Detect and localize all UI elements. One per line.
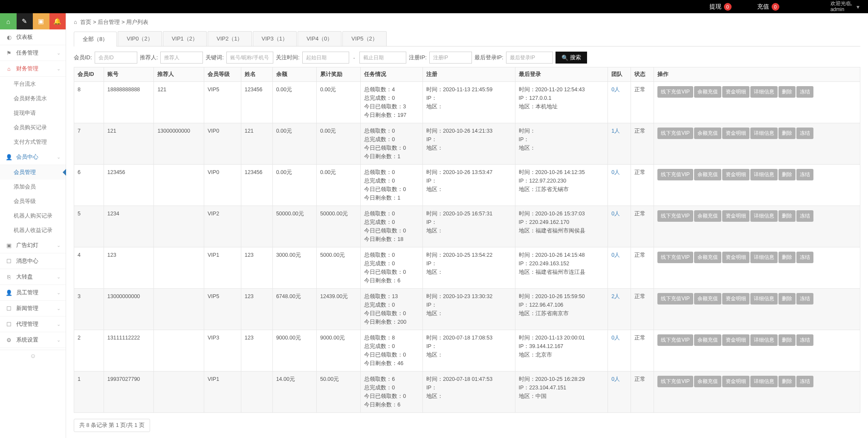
action-button[interactable]: 详细信息 [750, 334, 778, 346]
action-button[interactable]: 详细信息 [750, 252, 778, 263]
tab[interactable]: VIP2（1） [208, 31, 252, 46]
sidebar-subitem[interactable]: 支付方式管理 [0, 135, 66, 149]
action-button[interactable]: 冻结 [796, 252, 813, 263]
recharge-link[interactable]: 充值 0 [757, 3, 779, 11]
action-button[interactable]: 资金明细 [722, 376, 749, 387]
action-button[interactable]: 线下充值VIP [657, 252, 693, 263]
sidebar-subitem[interactable]: 添加会员 [0, 180, 66, 194]
action-button[interactable]: 余额充值 [694, 86, 721, 98]
team-link[interactable]: 1人 [611, 128, 620, 134]
action-button[interactable]: 余额充值 [694, 210, 721, 222]
keyword-input[interactable] [226, 52, 273, 64]
action-button[interactable]: 冻结 [796, 210, 813, 222]
action-button[interactable]: 线下充值VIP [657, 169, 693, 180]
sidebar-item-agent[interactable]: ☐代理管理⌄ [0, 316, 66, 332]
sidebar-item-finance[interactable]: ⌂财务管理⌄ [0, 61, 66, 77]
tab[interactable]: VIP3（1） [253, 31, 297, 46]
action-button[interactable]: 冻结 [796, 86, 813, 98]
action-button[interactable]: 线下充值VIP [657, 128, 693, 139]
team-link[interactable]: 0人 [611, 211, 620, 217]
sidebar-item-wheel[interactable]: ⎘大转盘⌄ [0, 269, 66, 285]
team-link[interactable]: 0人 [611, 376, 620, 382]
sidebar-item-dashboard[interactable]: ◐仪表板 [0, 29, 66, 45]
action-button[interactable]: 余额充值 [694, 169, 721, 180]
sidebar-subitem[interactable]: 机器人收益记录 [0, 223, 66, 238]
bell-icon[interactable]: 🔔 [49, 13, 66, 29]
team-link[interactable]: 0人 [611, 87, 620, 93]
referrer-input[interactable] [160, 52, 203, 64]
home-breadcrumb-icon[interactable]: ⌂ [74, 19, 77, 25]
action-button[interactable]: 资金明细 [722, 293, 749, 305]
action-button[interactable]: 冻结 [796, 293, 813, 305]
action-button[interactable]: 资金明细 [722, 334, 749, 346]
action-button[interactable]: 余额充值 [694, 293, 721, 305]
sidebar-subitem[interactable]: 提现申请 [0, 106, 66, 120]
action-button[interactable]: 余额充值 [694, 128, 721, 139]
sidebar-subitem[interactable]: 机器人购买记录 [0, 209, 66, 223]
sidebar-item-news[interactable]: ☐新闻管理⌄ [0, 301, 66, 316]
reg-ip-input[interactable] [429, 52, 472, 64]
action-button[interactable]: 资金明细 [722, 86, 749, 98]
action-button[interactable]: 资金明细 [722, 169, 749, 180]
last-ip-input[interactable] [506, 52, 553, 64]
search-button[interactable]: 🔍 搜索 [556, 52, 587, 64]
tab[interactable]: VIP0（2） [118, 31, 162, 46]
tab[interactable]: VIP1（2） [163, 31, 207, 46]
start-date-input[interactable] [302, 52, 349, 64]
action-button[interactable]: 资金明细 [722, 128, 749, 139]
action-button[interactable]: 冻结 [796, 376, 813, 387]
action-button[interactable]: 删除 [778, 293, 796, 305]
breadcrumb-home[interactable]: 首页 [80, 19, 91, 25]
team-link[interactable]: 2人 [611, 293, 620, 299]
sidebar-subitem[interactable]: 会员管理 [0, 165, 66, 180]
action-button[interactable]: 余额充值 [694, 252, 721, 263]
tab[interactable]: VIP5（2） [342, 31, 386, 46]
sidebar-item-messages[interactable]: ☐消息中心 [0, 253, 66, 269]
user-menu[interactable]: 欢迎光临, admin ▾ [805, 1, 859, 12]
sidebar-subitem[interactable]: 会员等级 [0, 194, 66, 209]
action-button[interactable]: 资金明细 [722, 252, 749, 263]
action-button[interactable]: 冻结 [796, 169, 813, 180]
action-button[interactable]: 线下充值VIP [657, 334, 693, 346]
sidebar-item-ads[interactable]: ▣广告幻灯⌄ [0, 238, 66, 253]
action-button[interactable]: 删除 [778, 252, 796, 263]
team-link[interactable]: 0人 [611, 252, 620, 258]
action-button[interactable]: 线下充值VIP [657, 293, 693, 305]
action-button[interactable]: 冻结 [796, 128, 813, 139]
action-button[interactable]: 删除 [778, 376, 796, 387]
sidebar-subitem[interactable]: 会员财务流水 [0, 91, 66, 106]
sidebar-item-member[interactable]: 👤会员中心⌄ [0, 149, 66, 165]
folder-icon[interactable]: ▣ [33, 13, 49, 29]
member-id-input[interactable] [95, 52, 137, 64]
team-link[interactable]: 0人 [611, 169, 620, 175]
action-button[interactable]: 详细信息 [750, 293, 778, 305]
sidebar-subitem[interactable]: 会员购买记录 [0, 120, 66, 135]
sidebar-subitem[interactable]: 平台流水 [0, 77, 66, 91]
tab[interactable]: VIP4（0） [298, 31, 341, 46]
action-button[interactable]: 详细信息 [750, 169, 778, 180]
action-button[interactable]: 余额充值 [694, 334, 721, 346]
tab[interactable]: 全部（8） [74, 32, 117, 46]
team-link[interactable]: 0人 [611, 335, 620, 341]
action-button[interactable]: 详细信息 [750, 210, 778, 222]
action-button[interactable]: 详细信息 [750, 128, 778, 139]
action-button[interactable]: 详细信息 [750, 376, 778, 387]
action-button[interactable]: 删除 [778, 210, 796, 222]
action-button[interactable]: 删除 [778, 128, 796, 139]
sidebar-item-tasks[interactable]: ⚑任务管理⌄ [0, 45, 66, 61]
action-button[interactable]: 删除 [778, 169, 796, 180]
action-button[interactable]: 线下充值VIP [657, 376, 693, 387]
action-button[interactable]: 详细信息 [750, 86, 778, 98]
action-button[interactable]: 删除 [778, 86, 796, 98]
withdraw-link[interactable]: 提现 0 [709, 3, 732, 11]
action-button[interactable]: 资金明细 [722, 210, 749, 222]
action-button[interactable]: 删除 [778, 334, 796, 346]
edit-icon[interactable]: ✎ [17, 13, 33, 29]
home-icon[interactable]: ⌂ [0, 13, 17, 29]
action-button[interactable]: 冻结 [796, 334, 813, 346]
sidebar-item-staff[interactable]: 👤员工管理⌄ [0, 285, 66, 301]
action-button[interactable]: 线下充值VIP [657, 86, 693, 98]
action-button[interactable]: 线下充值VIP [657, 210, 693, 222]
breadcrumb-p1[interactable]: 后台管理 [98, 19, 120, 25]
sidebar-item-settings[interactable]: ⚙系统设置⌄ [0, 332, 66, 348]
